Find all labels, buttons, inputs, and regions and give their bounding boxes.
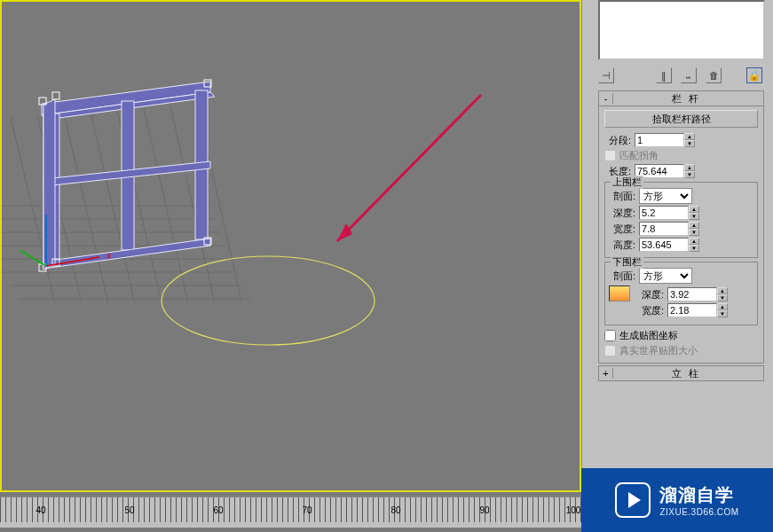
rollout-header-railing[interactable]: - 栏杆: [598, 90, 764, 106]
material-preview: [598, 0, 765, 60]
rollout-railing: - 栏杆 拾取栏杆路径 分段: ▲▼ 匹配拐角 长度: ▲▼: [598, 90, 764, 364]
command-panel: ⊣ ‖ ⩊ 🗑 🔒 - 栏杆 拾取栏杆路径 分段: ▲▼ 匹配拐角: [581, 0, 773, 532]
circle-spline: [162, 256, 375, 345]
svg-marker-23: [43, 99, 55, 270]
rail-count-icon[interactable]: [609, 286, 630, 301]
spinner-down[interactable]: ▼: [717, 310, 728, 317]
lock-icon[interactable]: 🔒: [746, 67, 762, 83]
spinner-up[interactable]: ▲: [689, 238, 699, 245]
svg-text:x: x: [106, 251, 111, 261]
top-rail-label: 上围栏: [611, 176, 643, 189]
spinner-up[interactable]: ▲: [684, 164, 695, 171]
spinner-up[interactable]: ▲: [689, 206, 699, 213]
top-depth-input[interactable]: [639, 206, 689, 220]
timeline-ruler[interactable]: 40 50 60 70 80 90 100: [0, 497, 581, 528]
bottom-rail-group: 下围栏 剖面: 方形 深度: ▲▼ 宽度: ▲▼: [604, 262, 758, 325]
rollout-posts: + 立柱: [598, 365, 764, 381]
profile-label: 剖面:: [609, 270, 635, 283]
spinner-up[interactable]: ▲: [717, 287, 728, 294]
profile-label: 剖面:: [609, 190, 635, 203]
rollout-title: 立柱: [613, 367, 763, 380]
spinner-down[interactable]: ▼: [689, 213, 699, 220]
match-corners-label: 匹配拐角: [619, 149, 659, 162]
ruler-tick: 70: [302, 505, 312, 515]
ruler-tick: 80: [390, 505, 400, 515]
play-logo-icon: [615, 482, 651, 518]
watermark-title: 溜溜自学: [659, 483, 738, 507]
ruler-tick: 90: [479, 505, 489, 515]
width-label: 宽度:: [637, 304, 664, 317]
watermark-url: ZIXUE.3D66.COM: [659, 507, 738, 517]
trash-icon[interactable]: 🗑: [706, 67, 722, 83]
link-icon[interactable]: ⩊: [681, 67, 697, 83]
play-icon[interactable]: ‖: [656, 67, 672, 83]
spinner-down[interactable]: ▼: [689, 229, 699, 236]
real-world-label: 真实世界贴图大小: [619, 344, 698, 357]
segments-input[interactable]: [635, 133, 684, 147]
rollout-toggle[interactable]: +: [599, 368, 613, 379]
spinner-down[interactable]: ▼: [689, 245, 699, 252]
height-label: 高度:: [609, 239, 635, 252]
spinner-down[interactable]: ▼: [717, 294, 728, 301]
match-corners-checkbox: [604, 150, 616, 161]
annotation-arrow: [337, 95, 481, 241]
spinner-up[interactable]: ▲: [717, 303, 728, 310]
svg-marker-35: [337, 223, 352, 241]
gen-map-coords-checkbox[interactable]: [604, 330, 616, 341]
svg-rect-28: [52, 92, 59, 99]
viewport[interactable]: x: [0, 0, 581, 492]
real-world-checkbox: [604, 345, 616, 356]
rollout-toggle[interactable]: -: [599, 93, 613, 104]
pick-railing-path-button[interactable]: 拾取栏杆路径: [604, 110, 758, 128]
svg-line-31: [20, 250, 46, 266]
rollout-header-posts[interactable]: + 立柱: [598, 365, 764, 381]
viewport-canvas: x: [2, 2, 580, 490]
ruler-tick: 100: [566, 505, 581, 515]
top-width-input[interactable]: [639, 222, 689, 236]
rollout-title: 栏杆: [613, 92, 763, 106]
depth-label: 深度:: [637, 288, 664, 301]
railing-object: [42, 82, 215, 270]
bottom-rail-label: 下围栏: [611, 255, 643, 269]
ruler-tick: 60: [213, 505, 223, 515]
spinner-up[interactable]: ▲: [684, 133, 695, 140]
top-height-input[interactable]: [639, 238, 689, 252]
gen-map-label: 生成贴图坐标: [619, 329, 678, 342]
bottom-profile-select[interactable]: 方形: [639, 268, 692, 284]
svg-line-34: [337, 95, 481, 241]
depth-label: 深度:: [609, 207, 635, 220]
top-profile-select[interactable]: 方形: [639, 188, 692, 204]
bottom-depth-input[interactable]: [667, 287, 717, 301]
panel-toolbar: ⊣ ‖ ⩊ 🗑 🔒: [582, 64, 773, 89]
width-label: 宽度:: [609, 223, 635, 236]
spinner-down[interactable]: ▼: [684, 140, 695, 147]
watermark: 溜溜自学 ZIXUE.3D66.COM: [581, 468, 773, 532]
ruler-tick: 50: [124, 505, 134, 515]
pin-icon[interactable]: ⊣: [598, 67, 614, 83]
ruler-tick: 40: [35, 505, 45, 515]
svg-line-10: [64, 113, 108, 303]
segments-label: 分段:: [604, 134, 631, 147]
spinner-up[interactable]: ▲: [689, 222, 699, 229]
spinner-down[interactable]: ▼: [684, 171, 695, 178]
bottom-width-input[interactable]: [667, 303, 717, 317]
top-rail-group: 上围栏 剖面: 方形 深度: ▲▼ 宽度: ▲▼ 高度: ▲▼: [604, 182, 758, 258]
